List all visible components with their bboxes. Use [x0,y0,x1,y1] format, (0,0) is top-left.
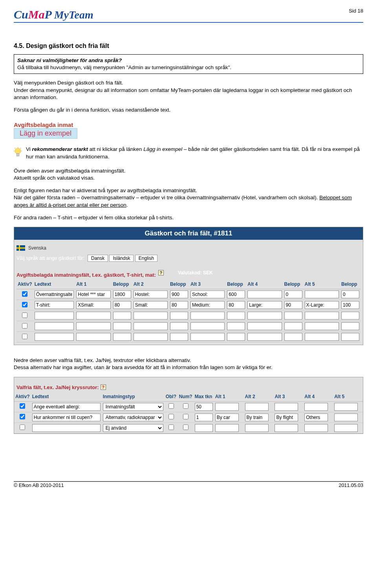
max-input[interactable] [195,424,213,432]
amount-input[interactable] [113,333,131,341]
amount-input[interactable] [113,322,131,330]
alt-input[interactable] [304,424,328,432]
alt-input[interactable] [245,403,269,411]
alt-input[interactable] [275,424,298,432]
alt-input[interactable] [215,413,239,421]
amount-input[interactable] [284,312,302,320]
amount-input[interactable] [341,322,359,330]
alt-input[interactable] [215,403,239,411]
amount-input[interactable] [227,312,245,320]
ledtext-input[interactable] [35,322,74,330]
alt-input[interactable] [334,403,358,411]
optional-fields-label: Valfria fält, t.ex. Ja/Nej kryssrutor: [16,384,99,390]
alt-input[interactable] [134,312,168,320]
input-type-select[interactable]: Inmatningsfält [103,403,163,411]
ledtext-input[interactable] [32,424,101,432]
amount-input[interactable] [170,312,188,320]
alt-input[interactable] [76,290,110,298]
amount-input[interactable] [341,290,359,298]
language-button[interactable]: Dansk [88,255,108,262]
alt-input[interactable] [76,301,110,309]
alt-input[interactable] [304,403,328,411]
alt-input[interactable] [215,424,239,432]
alt-input[interactable] [76,333,110,341]
obl-checkbox[interactable] [168,424,174,430]
amount-input[interactable] [227,333,245,341]
active-checkbox[interactable] [22,291,27,297]
alt-input[interactable] [305,312,339,320]
num-checkbox[interactable] [183,414,188,419]
amount-input[interactable] [113,290,131,298]
input-type-select[interactable]: Ej använd [103,424,163,432]
input-type-select[interactable]: Alternativ, radioknappar [103,413,163,421]
active-checkbox[interactable] [22,302,27,307]
active-checkbox[interactable] [22,334,27,339]
ledtext-input[interactable] [35,301,74,309]
num-checkbox[interactable] [183,424,188,430]
num-checkbox[interactable] [183,403,188,409]
active-checkbox[interactable] [20,424,25,430]
alt-input[interactable] [134,301,168,309]
active-checkbox[interactable] [20,414,25,419]
alt-input[interactable] [305,301,339,309]
amount-input[interactable] [284,301,302,309]
amount-input[interactable] [227,301,245,309]
obl-checkbox[interactable] [168,414,174,419]
ledtext-input[interactable] [35,290,74,298]
amount-input[interactable] [341,301,359,309]
alt-input[interactable] [275,403,298,411]
alt-input[interactable] [190,333,225,341]
amount-input[interactable] [227,290,245,298]
active-checkbox[interactable] [20,403,25,409]
alt-input[interactable] [247,333,282,341]
alt-input[interactable] [247,322,282,330]
alt-input[interactable] [304,413,328,421]
alt-input[interactable] [190,322,225,330]
amount-input[interactable] [113,301,131,309]
max-input[interactable] [195,413,213,421]
alt-input[interactable] [334,424,358,432]
alt-input[interactable] [190,301,225,309]
language-button[interactable]: English [135,255,157,262]
help-icon[interactable]: ? [101,384,106,390]
amount-input[interactable] [170,322,188,330]
alt-input[interactable] [334,413,358,421]
alt-input[interactable] [305,333,339,341]
alt-input[interactable] [247,301,282,309]
help-icon[interactable]: ? [158,270,164,276]
amount-input[interactable] [284,290,302,298]
alt-input[interactable] [76,322,110,330]
ledtext-input[interactable] [35,312,74,320]
alt-input[interactable] [134,322,168,330]
amount-input[interactable] [227,322,245,330]
amount-input[interactable] [113,312,131,320]
amount-input[interactable] [170,333,188,341]
amount-input[interactable] [170,301,188,309]
alt-input[interactable] [305,290,339,298]
alt-input[interactable] [134,290,168,298]
alt-input[interactable] [305,322,339,330]
active-checkbox[interactable] [22,312,27,318]
alt-input[interactable] [190,312,225,320]
max-input[interactable] [195,403,213,411]
alt-input[interactable] [245,413,269,421]
alt-input[interactable] [245,424,269,432]
ledtext-input[interactable] [32,413,101,421]
alt-input[interactable] [76,312,110,320]
ledtext-input[interactable] [32,403,101,411]
lagg-in-exempel-link[interactable]: Lägg in exempel [14,128,77,139]
alt-input[interactable] [275,413,298,421]
language-button[interactable]: Isländsk [109,255,134,262]
amount-input[interactable] [341,312,359,320]
ledtext-input[interactable] [35,333,74,341]
amount-input[interactable] [170,290,188,298]
alt-input[interactable] [190,290,225,298]
alt-input[interactable] [247,312,282,320]
amount-input[interactable] [341,333,359,341]
alt-input[interactable] [134,333,168,341]
amount-input[interactable] [284,322,302,330]
active-checkbox[interactable] [22,323,27,329]
obl-checkbox[interactable] [168,403,174,409]
amount-input[interactable] [284,333,302,341]
alt-input[interactable] [247,290,282,298]
